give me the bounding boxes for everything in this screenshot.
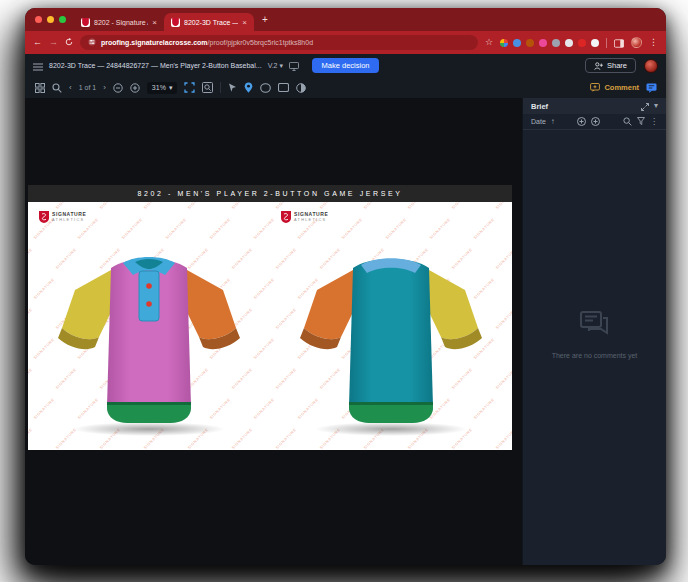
address-input[interactable]: proofing.signaturelacrosse.com/proof/pjp… <box>80 35 478 50</box>
prev-page-icon[interactable]: ‹ <box>69 84 72 92</box>
extension-icon[interactable] <box>500 39 508 47</box>
url-path: /proof/pjpkr0v5brqc5ric1tptks8h0d <box>208 39 313 46</box>
close-window-button[interactable] <box>35 16 42 23</box>
proof-page: SIGNATURESIGNATURESIGNATURESIGNATURESIGN… <box>28 202 512 450</box>
zoom-in-icon[interactable] <box>130 83 140 93</box>
new-tab-button[interactable]: + <box>262 14 268 25</box>
search-icon[interactable] <box>52 83 62 93</box>
canvas-toolbar: ‹ 1 of 1 › 31% ▾ <box>25 77 522 98</box>
comment-button[interactable]: Comment <box>590 83 639 92</box>
zoom-level-select[interactable]: 31% ▾ <box>147 82 178 94</box>
tab-strip: 8202 - Signature Athletics × 8202-3D Tra… <box>25 8 666 31</box>
person-add-icon <box>594 62 603 70</box>
circled-plus-icon[interactable] <box>591 117 600 127</box>
empty-state-text: There are no comments yet <box>552 352 638 359</box>
refresh-icon[interactable] <box>65 38 73 48</box>
brand-shield-icon <box>281 211 291 223</box>
sort-by-date[interactable]: Date <box>531 118 546 125</box>
next-page-icon[interactable]: › <box>103 84 106 92</box>
proof-page-title: 8202 - MEN'S PLAYER 2-BUTTON GAME JERSEY <box>28 185 512 202</box>
zoom-window-button[interactable] <box>59 16 66 23</box>
forward-icon[interactable]: → <box>49 38 58 47</box>
divider <box>220 82 221 93</box>
url-bar: ← → proofing.signaturelacrosse.com/proof… <box>25 31 666 54</box>
comments-empty-state: There are no comments yet <box>523 130 666 359</box>
jersey-front-panel: SIGNATURE ATHLETICS <box>28 202 270 450</box>
rectangle-tool-icon[interactable] <box>278 83 289 92</box>
proof-canvas[interactable]: 8202 - MEN'S PLAYER 2-BUTTON GAME JERSEY… <box>25 98 522 565</box>
close-tab-icon[interactable]: × <box>242 18 247 27</box>
extension-icon[interactable] <box>578 39 586 47</box>
tab-title: 8202 - Signature Athletics <box>94 19 148 26</box>
ellipse-tool-icon[interactable] <box>260 83 271 93</box>
favicon-icon <box>171 18 180 27</box>
extension-icon[interactable] <box>539 39 547 47</box>
traffic-lights <box>35 16 66 23</box>
toolbar-row: ‹ 1 of 1 › 31% ▾ <box>25 77 666 98</box>
tab-signature-athletics[interactable]: 8202 - Signature Athletics × <box>74 13 164 31</box>
jersey-back-image <box>271 216 511 444</box>
extension-icon[interactable] <box>591 39 599 47</box>
more-options-icon[interactable]: ⋮ <box>650 118 658 126</box>
chat-panel-toggle-icon[interactable] <box>646 79 657 97</box>
back-icon[interactable]: ← <box>33 38 42 47</box>
make-decision-button[interactable]: Make decision <box>312 58 380 73</box>
extension-icon[interactable] <box>513 39 521 47</box>
extension-icon[interactable] <box>552 39 560 47</box>
zoom-region-icon[interactable] <box>202 82 213 93</box>
circled-plus-icon[interactable] <box>577 117 586 127</box>
chevron-down-icon: ▾ <box>169 84 173 92</box>
user-avatar[interactable] <box>644 59 658 73</box>
extension-icons <box>500 39 599 47</box>
page-indicator: 1 of 1 <box>79 84 97 91</box>
fit-screen-icon[interactable] <box>184 82 195 93</box>
favicon-icon <box>81 18 90 27</box>
comments-sort-row: Date ↑ ⋮ <box>523 114 666 130</box>
expand-panel-icon[interactable] <box>641 97 649 115</box>
tab-title: 8202-3D Trace — 2484482 <box>184 19 238 26</box>
side-panel-icon[interactable] <box>614 34 624 52</box>
jersey-front-image <box>29 216 269 444</box>
cursor-tool-icon[interactable] <box>228 83 237 93</box>
hamburger-menu-icon[interactable] <box>33 57 43 75</box>
brand-shield-icon <box>39 211 49 223</box>
proof-title: 8202-3D Trace — 24844826727 — Men's Play… <box>49 62 262 69</box>
presentation-icon[interactable] <box>289 57 299 75</box>
browser-window: 8202 - Signature Athletics × 8202-3D Tra… <box>25 8 666 565</box>
filter-icon[interactable] <box>637 117 645 126</box>
brand-logo: SIGNATURE ATHLETICS <box>281 211 328 223</box>
thumbnails-icon[interactable] <box>35 83 45 93</box>
brief-panel-title: Brief <box>531 102 636 111</box>
proof-document: 8202 - MEN'S PLAYER 2-BUTTON GAME JERSEY… <box>28 185 512 450</box>
bookmark-star-icon[interactable]: ☆ <box>485 38 493 47</box>
share-button[interactable]: Share <box>585 58 636 73</box>
profile-avatar[interactable] <box>631 37 642 48</box>
version-selector[interactable]: V.2 ▾ <box>268 62 283 70</box>
extension-icon[interactable] <box>526 39 534 47</box>
tab-3d-trace[interactable]: 8202-3D Trace — 2484482 × <box>164 13 254 31</box>
search-comments-icon[interactable] <box>623 117 632 127</box>
divider <box>606 38 607 48</box>
brief-panel-header: Brief ▾ <box>523 98 666 114</box>
zoom-out-icon[interactable] <box>113 83 123 93</box>
comments-sidebar: Brief ▾ Date ↑ <box>522 98 666 565</box>
contrast-icon[interactable] <box>296 83 306 93</box>
no-comments-icon <box>579 310 611 338</box>
comment-plus-icon <box>590 83 600 92</box>
comment-pin-tool-icon[interactable] <box>244 82 253 93</box>
extension-icon[interactable] <box>565 39 573 47</box>
url-domain: proofing.signaturelacrosse.com <box>101 39 208 46</box>
close-tab-icon[interactable]: × <box>152 18 157 27</box>
sort-direction-icon[interactable]: ↑ <box>551 118 555 126</box>
brand-logo: SIGNATURE ATHLETICS <box>39 211 86 223</box>
app-header: 8202-3D Trace — 24844826727 — Men's Play… <box>25 54 666 77</box>
minimize-window-button[interactable] <box>47 16 54 23</box>
jersey-back-panel: SIGNATURE ATHLETICS <box>270 202 512 450</box>
chevron-down-icon: ▾ <box>280 62 284 70</box>
collapse-panel-icon[interactable]: ▾ <box>654 102 658 110</box>
chrome-menu-icon[interactable]: ⋮ <box>649 38 658 47</box>
site-settings-icon[interactable] <box>88 38 96 47</box>
comment-area: Comment <box>522 77 666 98</box>
